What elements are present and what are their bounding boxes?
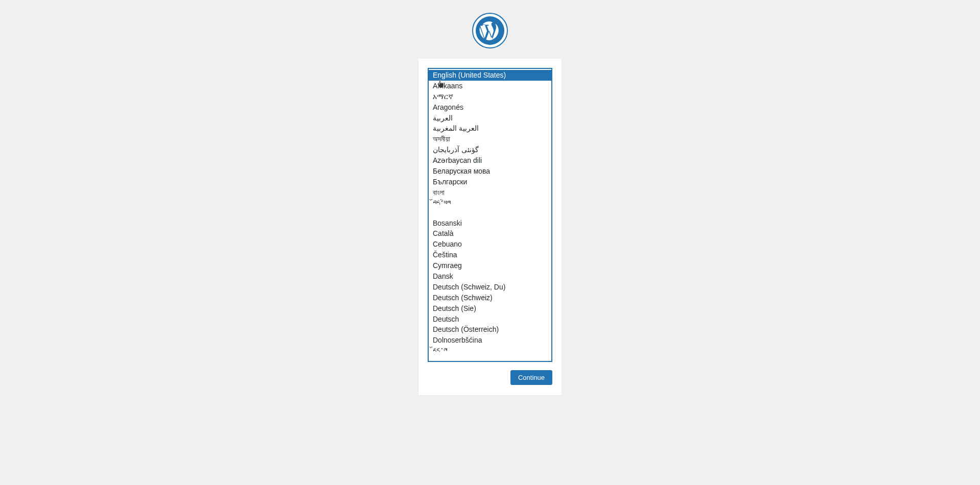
language-option[interactable]: العربية المغربية bbox=[429, 123, 551, 134]
language-option[interactable]: Беларуская мова bbox=[429, 166, 551, 177]
language-option[interactable]: Български bbox=[429, 177, 551, 187]
language-option[interactable]: ཇོང་ཁ bbox=[429, 346, 551, 356]
language-option[interactable]: Cebuano bbox=[429, 239, 551, 250]
language-option[interactable]: Cymraeg bbox=[429, 260, 551, 271]
language-option[interactable]: گؤنئی آذربایجان bbox=[429, 144, 551, 155]
wordpress-icon bbox=[477, 17, 503, 44]
language-option[interactable] bbox=[429, 209, 551, 218]
language-option[interactable]: Azərbaycan dili bbox=[429, 155, 551, 166]
language-option[interactable]: Afrikaans bbox=[429, 81, 551, 91]
language-option[interactable]: অসমীয়া bbox=[429, 134, 551, 144]
language-option[interactable]: བོད་ཡིག bbox=[429, 198, 551, 209]
language-option[interactable]: Dansk bbox=[429, 271, 551, 282]
button-row: Continue bbox=[428, 370, 552, 385]
language-option[interactable]: Deutsch (Sie) bbox=[429, 303, 551, 314]
language-option[interactable]: Català bbox=[429, 228, 551, 239]
language-option[interactable]: Aragonés bbox=[429, 102, 551, 113]
language-select[interactable]: English (United States)AfrikaansአማርኛArag… bbox=[428, 68, 552, 362]
language-option[interactable]: English (United States) bbox=[429, 70, 551, 81]
language-option[interactable]: বাংলা bbox=[429, 187, 551, 198]
language-option[interactable]: Deutsch (Österreich) bbox=[429, 324, 551, 335]
language-option[interactable]: አማርኛ bbox=[429, 91, 551, 102]
language-option[interactable]: العربية bbox=[429, 113, 551, 124]
wordpress-logo-container bbox=[472, 13, 508, 48]
continue-button[interactable]: Continue bbox=[510, 370, 552, 385]
language-option[interactable]: Deutsch (Schweiz, Du) bbox=[429, 282, 551, 293]
language-option[interactable]: Čeština bbox=[429, 250, 551, 260]
language-option[interactable]: Dolnoserbšćina bbox=[429, 335, 551, 346]
language-option[interactable] bbox=[429, 356, 551, 362]
language-selection-card: English (United States)AfrikaansአማርኛArag… bbox=[418, 59, 562, 395]
language-option[interactable]: Deutsch (Schweiz) bbox=[429, 293, 551, 303]
language-option[interactable]: Deutsch bbox=[429, 314, 551, 325]
language-option[interactable]: Bosanski bbox=[429, 218, 551, 229]
wordpress-logo-mark bbox=[476, 16, 504, 45]
wordpress-logo bbox=[472, 13, 508, 48]
